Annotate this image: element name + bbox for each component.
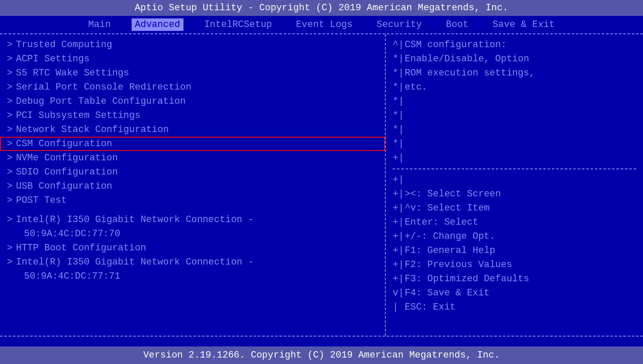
arrow-icon: > [7, 54, 12, 64]
arrow-icon: > [7, 110, 12, 121]
menu-item-label: Intel(R) I350 Gigabit Network Connection… [16, 257, 254, 268]
help-line-17: v|F4: Save & Exit [393, 286, 636, 300]
menu-item-pci-subsystem[interactable]: > PCI Subsystem Settings [0, 108, 385, 123]
arrow-icon: > [7, 138, 12, 149]
help-prefix: v| [393, 286, 405, 300]
menu-item-debug-port[interactable]: > Debug Port Table Configuration [0, 94, 385, 108]
menu-item-sdio-configuration[interactable]: > SDIO Configuration [0, 165, 385, 179]
menu-item-serial-port[interactable]: > Serial Port Console Redirection [0, 80, 385, 94]
help-prefix: +| [393, 151, 405, 165]
menu-item-usb-configuration[interactable]: > USB Configuration [0, 179, 385, 193]
title-bar: Aptio Setup Utility - Copyright (C) 2019… [0, 0, 643, 16]
menu-item-nvme-configuration[interactable]: > NVMe Configuration [0, 151, 385, 165]
menu-item-label: POST Test [16, 195, 67, 206]
help-line-10: +|><: Select Screen [393, 187, 636, 201]
menu-item-label: Trusted Computing [16, 39, 112, 50]
menu-item-s5-rtc[interactable]: > S5 RTC Wake Settings [0, 66, 385, 80]
menu-item-label: Network Stack Configuration [16, 124, 168, 135]
help-prefix: | [393, 300, 405, 314]
arrow-icon: > [7, 181, 12, 192]
help-line-1: *|Enable/Disable, Option [393, 52, 636, 66]
arrow-icon: > [7, 195, 12, 206]
title-text: Aptio Setup Utility - Copyright (C) 2019… [135, 3, 508, 13]
help-prefix: +| [393, 272, 405, 286]
help-prefix: +| [393, 229, 405, 244]
help-text: +/-: Change Opt. [405, 229, 636, 244]
arrow-icon: > [7, 153, 12, 163]
arrow-icon: > [7, 214, 12, 225]
menu-item-acpi-settings[interactable]: > ACPI Settings [0, 52, 385, 66]
nav-item-advanced[interactable]: Advanced [132, 18, 184, 31]
help-text: ><: Select Screen [405, 187, 636, 201]
help-line-8: +| [393, 151, 636, 165]
help-line-4: *| [393, 94, 636, 108]
arrow-icon: > [7, 243, 12, 253]
menu-item-label: USB Configuration [16, 181, 112, 192]
arrow-icon: > [7, 39, 12, 50]
menu-item-http-boot[interactable]: > HTTP Boot Configuration [0, 241, 385, 255]
help-line-15: +|F2: Previous Values [393, 258, 636, 272]
menu-item-intel-i350-1-mac[interactable]: 50:9A:4C:DC:77:70 [0, 227, 385, 241]
menu-item-label: Intel(R) I350 Gigabit Network Connection… [16, 214, 254, 225]
help-prefix: +| [393, 201, 405, 215]
nav-item-intelrcsetup[interactable]: IntelRCSetup [201, 18, 275, 31]
menu-item-label: 50:9A:4C:DC:77:70 [24, 229, 120, 239]
help-prefix: +| [393, 187, 405, 201]
help-prefix: *| [393, 94, 405, 108]
help-line-7: *| [393, 137, 636, 151]
help-line-12: +|Enter: Select [393, 215, 636, 229]
menu-spacer [0, 208, 385, 213]
menu-item-label: SDIO Configuration [16, 167, 118, 177]
menu-item-trusted-computing[interactable]: > Trusted Computing [0, 38, 385, 52]
menu-item-label: CSM Configuration [16, 138, 112, 149]
nav-item-main[interactable]: Main [85, 18, 114, 31]
menu-item-label: Serial Port Console Redirection [16, 82, 191, 93]
bottom-separator [0, 336, 643, 337]
menu-item-label: HTTP Boot Configuration [16, 243, 146, 253]
help-line-6: *| [393, 123, 636, 137]
arrow-icon: > [7, 68, 12, 78]
help-prefix: +| [393, 215, 405, 229]
arrow-icon: > [7, 167, 12, 177]
help-text: F3: Optimized Defaults [405, 272, 636, 286]
arrow-icon: > [7, 96, 12, 107]
menu-item-csm-configuration[interactable]: > CSM Configuration [0, 137, 385, 151]
menu-item-network-stack[interactable]: > Network Stack Configuration [0, 123, 385, 137]
help-prefix: ^| [393, 38, 405, 52]
help-prefix: +| [393, 173, 405, 187]
help-prefix: *| [393, 52, 405, 66]
arrow-icon: > [7, 124, 12, 135]
menu-item-post-test[interactable]: > POST Test [0, 193, 385, 208]
help-line-13: +|+/-: Change Opt. [393, 229, 636, 244]
menu-item-label: PCI Subsystem Settings [16, 110, 140, 121]
main-content: > Trusted Computing> ACPI Settings> S5 R… [0, 34, 643, 336]
arrow-icon: > [7, 82, 12, 93]
nav-item-security[interactable]: Security [373, 18, 426, 31]
help-line-16: +|F3: Optimized Defaults [393, 272, 636, 286]
menu-item-label: ACPI Settings [16, 54, 90, 64]
help-line-9: +| [393, 173, 636, 187]
help-prefix: *| [393, 123, 405, 137]
help-line-0: ^|CSM configuration: [393, 38, 636, 52]
nav-bar: MainAdvancedIntelRCSetupEvent LogsSecuri… [0, 16, 643, 33]
help-prefix: +| [393, 258, 405, 272]
menu-item-intel-i350-2[interactable]: > Intel(R) I350 Gigabit Network Connecti… [0, 255, 385, 269]
help-text: F4: Save & Exit [405, 286, 636, 300]
help-line-5: *| [393, 108, 636, 123]
help-text: F2: Previous Values [405, 258, 636, 272]
menu-item-intel-i350-2-mac[interactable]: 50:9A:4C:DC:77:71 [0, 269, 385, 283]
help-prefix: *| [393, 80, 405, 94]
help-text: Enable/Disable, Option [405, 52, 636, 66]
left-panel: > Trusted Computing> ACPI Settings> S5 R… [0, 34, 386, 336]
nav-item-saveexit[interactable]: Save & Exit [489, 18, 558, 31]
help-prefix: *| [393, 137, 405, 151]
menu-item-intel-i350-1[interactable]: > Intel(R) I350 Gigabit Network Connecti… [0, 213, 385, 227]
menu-item-label: 50:9A:4C:DC:77:71 [24, 271, 120, 282]
help-text: CSM configuration: [405, 38, 636, 52]
footer-bar: Version 2.19.1266. Copyright (C) 2019 Am… [0, 346, 643, 364]
nav-item-boot[interactable]: Boot [442, 18, 472, 31]
help-text: ROM execution settings, [405, 66, 636, 80]
nav-item-eventlogs[interactable]: Event Logs [293, 18, 356, 31]
right-separator [393, 168, 636, 169]
menu-item-label: NVMe Configuration [16, 153, 118, 163]
